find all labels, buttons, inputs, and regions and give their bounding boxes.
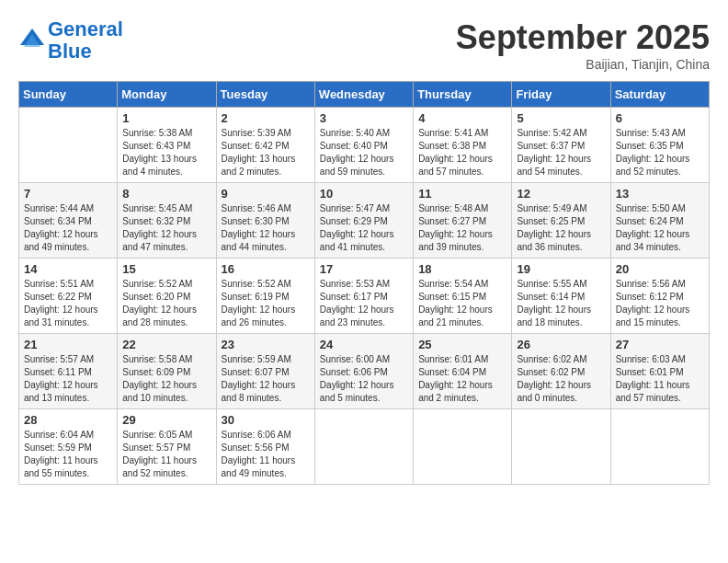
day-info: Sunrise: 5:52 AM Sunset: 6:20 PM Dayligh… [122, 278, 210, 329]
day-number: 11 [418, 187, 506, 201]
logo-text: General Blue [48, 18, 123, 63]
weekday-header-friday: Friday [512, 82, 610, 108]
day-info: Sunrise: 6:00 AM Sunset: 6:06 PM Dayligh… [320, 353, 408, 405]
weekday-header-monday: Monday [118, 82, 216, 108]
day-info: Sunrise: 5:59 AM Sunset: 6:07 PM Dayligh… [222, 353, 310, 405]
calendar-cell: 6Sunrise: 5:43 AM Sunset: 6:35 PM Daylig… [610, 108, 709, 183]
day-info: Sunrise: 5:43 AM Sunset: 6:35 PM Dayligh… [616, 127, 704, 178]
logo: General Blue [18, 18, 123, 63]
day-info: Sunrise: 5:57 AM Sunset: 6:11 PM Dayligh… [24, 353, 112, 405]
day-info: Sunrise: 6:03 AM Sunset: 6:01 PM Dayligh… [616, 353, 704, 405]
calendar-cell: 16Sunrise: 5:52 AM Sunset: 6:19 PM Dayli… [216, 259, 314, 334]
calendar-cell: 4Sunrise: 5:41 AM Sunset: 6:38 PM Daylig… [414, 108, 512, 183]
calendar-cell: 29Sunrise: 6:05 AM Sunset: 5:57 PM Dayli… [118, 409, 216, 485]
calendar-week-row: 1Sunrise: 5:38 AM Sunset: 6:43 PM Daylig… [19, 108, 710, 183]
day-info: Sunrise: 5:39 AM Sunset: 6:42 PM Dayligh… [222, 127, 310, 178]
calendar-cell: 23Sunrise: 5:59 AM Sunset: 6:07 PM Dayli… [216, 334, 314, 409]
calendar-cell: 10Sunrise: 5:47 AM Sunset: 6:29 PM Dayli… [314, 183, 413, 259]
calendar-cell: 5Sunrise: 5:42 AM Sunset: 6:37 PM Daylig… [512, 108, 610, 183]
day-info: Sunrise: 6:05 AM Sunset: 5:57 PM Dayligh… [122, 429, 210, 480]
day-info: Sunrise: 5:53 AM Sunset: 6:17 PM Dayligh… [320, 278, 408, 329]
weekday-header-thursday: Thursday [414, 82, 512, 108]
day-number: 30 [222, 413, 310, 427]
day-info: Sunrise: 5:50 AM Sunset: 6:24 PM Dayligh… [616, 202, 704, 254]
calendar-cell: 19Sunrise: 5:55 AM Sunset: 6:14 PM Dayli… [512, 259, 610, 334]
day-number: 28 [24, 413, 112, 427]
calendar-cell: 20Sunrise: 5:56 AM Sunset: 6:12 PM Dayli… [610, 259, 709, 334]
day-info: Sunrise: 5:56 AM Sunset: 6:12 PM Dayligh… [616, 278, 704, 329]
day-number: 12 [517, 187, 605, 201]
day-number: 5 [517, 111, 605, 125]
day-info: Sunrise: 5:58 AM Sunset: 6:09 PM Dayligh… [122, 353, 210, 405]
calendar-cell: 8Sunrise: 5:45 AM Sunset: 6:32 PM Daylig… [118, 183, 216, 259]
calendar-cell: 30Sunrise: 6:06 AM Sunset: 5:56 PM Dayli… [216, 409, 314, 485]
day-info: Sunrise: 5:51 AM Sunset: 6:22 PM Dayligh… [24, 278, 112, 329]
calendar-cell [512, 409, 610, 485]
calendar-cell [610, 409, 709, 485]
logo-icon [18, 27, 46, 54]
day-number: 25 [418, 338, 506, 351]
weekday-header-tuesday: Tuesday [216, 82, 314, 108]
calendar-cell: 27Sunrise: 6:03 AM Sunset: 6:01 PM Dayli… [610, 334, 709, 409]
calendar-cell [314, 409, 413, 485]
calendar-week-row: 14Sunrise: 5:51 AM Sunset: 6:22 PM Dayli… [19, 259, 710, 334]
calendar-cell: 9Sunrise: 5:46 AM Sunset: 6:30 PM Daylig… [216, 183, 314, 259]
day-info: Sunrise: 5:42 AM Sunset: 6:37 PM Dayligh… [517, 127, 605, 178]
day-info: Sunrise: 6:02 AM Sunset: 6:02 PM Dayligh… [517, 353, 605, 405]
weekday-header-saturday: Saturday [610, 82, 709, 108]
day-info: Sunrise: 5:55 AM Sunset: 6:14 PM Dayligh… [517, 278, 605, 329]
calendar-cell: 22Sunrise: 5:58 AM Sunset: 6:09 PM Dayli… [118, 334, 216, 409]
calendar-cell: 12Sunrise: 5:49 AM Sunset: 6:25 PM Dayli… [512, 183, 610, 259]
day-number: 22 [122, 338, 210, 351]
day-info: Sunrise: 5:54 AM Sunset: 6:15 PM Dayligh… [418, 278, 506, 329]
day-number: 4 [418, 111, 506, 125]
day-number: 15 [122, 262, 210, 276]
month-title: September 2025 [456, 18, 710, 57]
day-info: Sunrise: 5:38 AM Sunset: 6:43 PM Dayligh… [122, 127, 210, 178]
day-info: Sunrise: 5:41 AM Sunset: 6:38 PM Dayligh… [418, 127, 506, 178]
day-number: 8 [122, 187, 210, 201]
day-info: Sunrise: 5:40 AM Sunset: 6:40 PM Dayligh… [320, 127, 408, 178]
calendar-cell: 21Sunrise: 5:57 AM Sunset: 6:11 PM Dayli… [19, 334, 118, 409]
title-block: September 2025 Baijian, Tianjin, China [456, 18, 710, 72]
day-number: 20 [616, 262, 704, 276]
weekday-header-row: SundayMondayTuesdayWednesdayThursdayFrid… [19, 82, 710, 108]
day-number: 6 [616, 111, 704, 125]
calendar-cell [19, 108, 118, 183]
day-number: 27 [616, 338, 704, 351]
calendar-table: SundayMondayTuesdayWednesdayThursdayFrid… [18, 81, 710, 485]
calendar-cell: 7Sunrise: 5:44 AM Sunset: 6:34 PM Daylig… [19, 183, 118, 259]
day-number: 21 [24, 338, 112, 351]
day-info: Sunrise: 5:52 AM Sunset: 6:19 PM Dayligh… [222, 278, 310, 329]
weekday-header-sunday: Sunday [19, 82, 118, 108]
calendar-cell: 1Sunrise: 5:38 AM Sunset: 6:43 PM Daylig… [118, 108, 216, 183]
day-number: 23 [222, 338, 310, 351]
calendar-cell: 15Sunrise: 5:52 AM Sunset: 6:20 PM Dayli… [118, 259, 216, 334]
location-subtitle: Baijian, Tianjin, China [456, 57, 710, 72]
day-info: Sunrise: 6:04 AM Sunset: 5:59 PM Dayligh… [24, 429, 112, 480]
calendar-cell: 24Sunrise: 6:00 AM Sunset: 6:06 PM Dayli… [314, 334, 413, 409]
day-info: Sunrise: 5:45 AM Sunset: 6:32 PM Dayligh… [122, 202, 210, 254]
day-info: Sunrise: 5:49 AM Sunset: 6:25 PM Dayligh… [517, 202, 605, 254]
calendar-cell: 3Sunrise: 5:40 AM Sunset: 6:40 PM Daylig… [314, 108, 413, 183]
calendar-week-row: 21Sunrise: 5:57 AM Sunset: 6:11 PM Dayli… [19, 334, 710, 409]
calendar-cell [414, 409, 512, 485]
day-info: Sunrise: 5:46 AM Sunset: 6:30 PM Dayligh… [222, 202, 310, 254]
day-info: Sunrise: 5:44 AM Sunset: 6:34 PM Dayligh… [24, 202, 112, 254]
day-number: 2 [222, 111, 310, 125]
day-info: Sunrise: 6:06 AM Sunset: 5:56 PM Dayligh… [222, 429, 310, 480]
day-number: 1 [122, 111, 210, 125]
day-number: 19 [517, 262, 605, 276]
day-number: 26 [517, 338, 605, 351]
calendar-cell: 13Sunrise: 5:50 AM Sunset: 6:24 PM Dayli… [610, 183, 709, 259]
calendar-cell: 26Sunrise: 6:02 AM Sunset: 6:02 PM Dayli… [512, 334, 610, 409]
day-number: 3 [320, 111, 408, 125]
day-number: 10 [320, 187, 408, 201]
day-info: Sunrise: 5:48 AM Sunset: 6:27 PM Dayligh… [418, 202, 506, 254]
calendar-cell: 17Sunrise: 5:53 AM Sunset: 6:17 PM Dayli… [314, 259, 413, 334]
calendar-cell: 2Sunrise: 5:39 AM Sunset: 6:42 PM Daylig… [216, 108, 314, 183]
calendar-cell: 18Sunrise: 5:54 AM Sunset: 6:15 PM Dayli… [414, 259, 512, 334]
calendar-cell: 14Sunrise: 5:51 AM Sunset: 6:22 PM Dayli… [19, 259, 118, 334]
page-header: General Blue September 2025 Baijian, Tia… [18, 18, 710, 72]
day-number: 18 [418, 262, 506, 276]
